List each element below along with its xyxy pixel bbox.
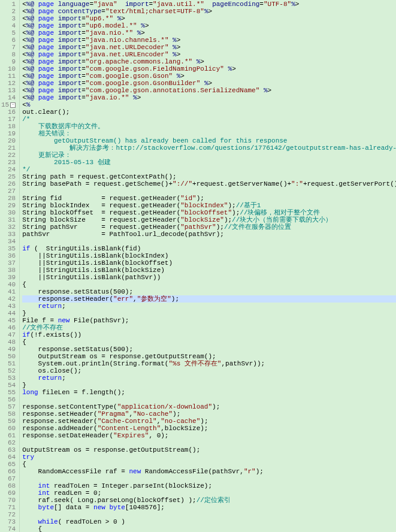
code-line[interactable]: <%@ page import="java.net.URLEncoder" %> [22, 51, 396, 58]
code-line[interactable]: ||StringUtils.isBlank(blockOffset) [22, 259, 396, 267]
line-number: 46 [1, 324, 16, 331]
code-line[interactable]: response.addHeader("Content-Length",bloc… [22, 425, 396, 432]
code-line[interactable]: <%@ page import="java.io.*" %> [22, 94, 396, 101]
code-line[interactable]: ||StringUtils.isBlank(blockIndex) [22, 252, 396, 259]
code-line[interactable]: <%@ page language="java" import="java.ut… [22, 1, 396, 8]
code-line[interactable]: response.setStatus(500); [22, 288, 396, 295]
line-number: 35 [1, 245, 16, 252]
code-line[interactable]: */ [22, 166, 396, 173]
code-line[interactable]: <%@ page import="java.net.URLDecoder" %> [22, 44, 396, 51]
code-line[interactable]: OutputStream os = response.getOutputStre… [22, 446, 396, 454]
code-editor[interactable]: 123456789101112131415−161718192021222324… [0, 0, 396, 532]
code-line[interactable]: response.setHeader("Cache-Control","no-c… [22, 418, 396, 425]
line-number: 42 [1, 295, 16, 303]
line-number: 29 [1, 202, 16, 209]
code-line[interactable]: <% [22, 101, 396, 108]
code-line[interactable]: byte[] data = new byte[1048576]; [22, 504, 396, 511]
line-number: 68 [1, 482, 16, 489]
code-line[interactable]: 相关错误： [22, 130, 396, 137]
code-line[interactable]: RandomAccessFile raf = new RandomAccessF… [22, 468, 396, 475]
code-line[interactable]: return; [22, 374, 396, 382]
code-line[interactable]: <%@ page import="com.google.gson.FieldNa… [22, 65, 396, 72]
code-line[interactable]: String basePath = request.getScheme()+":… [22, 180, 396, 188]
line-number: 69 [1, 489, 16, 497]
line-number: 45 [1, 317, 16, 324]
line-number: 5 [1, 29, 16, 37]
code-line[interactable]: String pathSvr = request.getHeader("path… [22, 223, 396, 231]
code-line[interactable]: { [22, 338, 396, 346]
code-line[interactable] [22, 396, 396, 403]
code-line[interactable] [22, 238, 396, 245]
code-line[interactable]: <%@ page import="com.google.gson.GsonBui… [22, 80, 396, 87]
code-line[interactable]: try [22, 454, 396, 461]
code-line[interactable]: <%@ page import="com.google.gson.Gson" %… [22, 72, 396, 80]
line-number: 22 [1, 152, 16, 159]
line-number: 37 [1, 259, 16, 267]
code-line[interactable]: long fileLen = f.length(); [22, 389, 396, 396]
code-line[interactable]: //文件不存在 [22, 324, 396, 331]
code-line[interactable]: <%@ page import="java.nio.channels.*" %> [22, 37, 396, 44]
code-line[interactable]: pathSvr = PathTool.url_decode(pathSvr); [22, 231, 396, 238]
line-number: 3 [1, 15, 16, 22]
code-line[interactable]: 下载数据库中的文件。 [22, 123, 396, 130]
code-line[interactable]: int readLen = 0; [22, 489, 396, 497]
code-line[interactable]: { [22, 461, 396, 468]
code-line[interactable]: if ( StringUtils.isBlank(fid) [22, 245, 396, 252]
code-line[interactable] [22, 475, 396, 482]
code-line[interactable]: out.clear(); [22, 108, 396, 116]
line-number: 21 [1, 144, 16, 152]
code-line[interactable]: /* [22, 116, 396, 123]
fold-icon[interactable]: − [10, 102, 16, 108]
line-number: 8 [1, 51, 16, 58]
code-line[interactable]: String path = request.getContextPath(); [22, 173, 396, 180]
code-line[interactable]: OutputStream os = response.getOutputStre… [22, 353, 396, 360]
line-number: 12 [1, 80, 16, 87]
code-line[interactable]: } [22, 382, 396, 389]
code-line[interactable]: ||StringUtils.isBlank(blockSize) [22, 267, 396, 274]
code-line[interactable]: os.close(); [22, 367, 396, 374]
line-number: 19 [1, 130, 16, 137]
line-number: 67 [1, 475, 16, 482]
code-line[interactable]: } [22, 310, 396, 317]
code-line[interactable]: { [22, 281, 396, 288]
code-line[interactable]: <%@ page contentType="text/html;charset=… [22, 8, 396, 15]
code-line[interactable]: String blockSize = request.getHeader("bl… [22, 216, 396, 223]
code-line[interactable]: String blockIndex = request.getHeader("b… [22, 202, 396, 209]
code-line[interactable]: response.setHeader("err","参数为空"); [22, 295, 396, 303]
code-line[interactable]: response.setHeader("Pragma","No-cache"); [22, 410, 396, 418]
code-line[interactable]: raf.seek( Long.parseLong(blockOffset) );… [22, 497, 396, 504]
code-line[interactable]: { [22, 525, 396, 532]
code-line[interactable]: System.out.println(String.format("%s 文件不… [22, 360, 396, 367]
code-line[interactable]: response.setContentType("application/x-d… [22, 403, 396, 410]
code-line[interactable]: <%@ page import="org.apache.commons.lang… [22, 58, 396, 65]
line-number: 65 [1, 461, 16, 468]
code-line[interactable]: while( readToLen > 0 ) [22, 518, 396, 525]
code-line[interactable] [22, 511, 396, 518]
code-line[interactable]: File f = new File(pathSvr); [22, 317, 396, 324]
line-number: 30 [1, 209, 16, 216]
line-number: 59 [1, 418, 16, 425]
code-line[interactable] [22, 188, 396, 195]
code-line[interactable]: getOutputStream() has already been calle… [22, 137, 396, 144]
code-line[interactable]: if(!f.exists()) [22, 331, 396, 338]
code-line[interactable]: <%@ page import="up6.*" %> [22, 15, 396, 22]
code-line[interactable] [22, 439, 396, 446]
code-line[interactable]: String fid = request.getHeader("id"); [22, 195, 396, 202]
code-area[interactable]: <%@ page language="java" import="java.ut… [20, 0, 396, 532]
line-number: 58 [1, 410, 16, 418]
line-number: 11 [1, 72, 16, 80]
line-number: 16 [1, 108, 16, 116]
code-line[interactable]: int readToLen = Integer.parseInt(blockSi… [22, 482, 396, 489]
code-line[interactable]: return; [22, 303, 396, 310]
code-line[interactable]: 解决方法参考：http://stackoverflow.com/question… [22, 144, 396, 152]
code-line[interactable]: 2015-05-13 创建 [22, 159, 396, 166]
code-line[interactable]: <%@ page import="up6.model.*" %> [22, 22, 396, 29]
line-number: 13 [1, 87, 16, 94]
code-line[interactable]: 更新记录： [22, 152, 396, 159]
code-line[interactable]: response.setStatus(500); [22, 346, 396, 353]
code-line[interactable]: <%@ page import="java.nio.*" %> [22, 29, 396, 37]
code-line[interactable]: response.setDateHeader("Expires", 0); [22, 432, 396, 439]
code-line[interactable]: ||StringUtils.isBlank(pathSvr)) [22, 274, 396, 281]
code-line[interactable]: <%@ page import="com.google.gson.annotat… [22, 87, 396, 94]
code-line[interactable]: String blockOffset = request.getHeader("… [22, 209, 396, 216]
